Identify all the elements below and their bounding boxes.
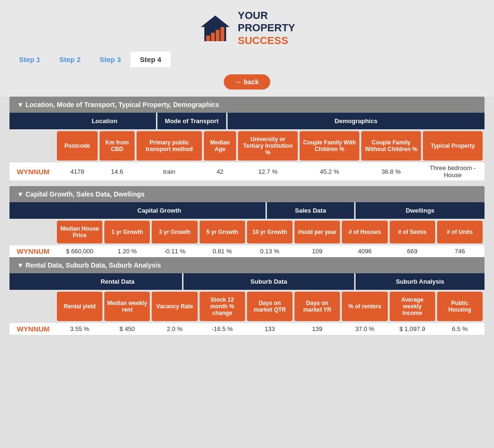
step-3[interactable]: Step 3 [90, 52, 130, 67]
logo-text: YOUR PROPERTY SUCCESS [238, 9, 295, 47]
t3-data-row: WYNNUM 3.55 % $ 450 2.0 % -16.5 % 133 13… [9, 323, 485, 335]
t2-1yr-value: 1.20 % [104, 248, 150, 255]
t3-vacancy-value: 2.0 % [152, 325, 197, 332]
header: YOUR PROPERTY SUCCESS [0, 0, 494, 52]
t2-col-headers: Capital Growth Sales Data Dwellings [9, 202, 485, 219]
t1-mode-header: Mode of Transport [157, 113, 228, 129]
t2-oh-house-price: Median House Price [57, 221, 102, 243]
t3-oh-yield: Rental yield [57, 292, 102, 321]
t1-sub-spacer [11, 131, 55, 161]
t2-oh-3yr: 3 yr Growth [152, 221, 197, 243]
t2-spacer [9, 202, 53, 219]
t1-oh-uni: University or Tertiary Institution % [238, 131, 298, 161]
t2-houses-value: 4096 [342, 248, 387, 255]
t3-days-qtr-value: 133 [247, 325, 293, 332]
step-4[interactable]: Step 4 [130, 52, 171, 67]
t3-weekly-rent-value: $ 450 [104, 325, 150, 332]
logo-success: SUCCESS [238, 35, 295, 47]
step-2[interactable]: Step 2 [50, 52, 90, 67]
t1-typical-value: Three bedroom - House [423, 164, 483, 179]
t1-sub-headers: Postcode Km from CBD Primary public tran… [9, 129, 485, 162]
t3-oh-renters: % of renters [342, 292, 387, 321]
t2-semis-value: 669 [390, 248, 435, 255]
t1-km-value: 14.6 [100, 168, 135, 175]
t1-oh-km: Km from CBD [100, 131, 135, 161]
t2-oh-houses: # of Houses [342, 221, 387, 243]
svg-rect-2 [206, 36, 210, 41]
t1-oh-couple-no: Couple Family Without Children % [361, 131, 421, 161]
t3-suburb-header: Suburb Data [183, 273, 356, 290]
t3-oh-income: Average weekly income [390, 292, 435, 321]
t2-oh-5yr: 5 yr Growth [200, 221, 245, 243]
t2-3yr-value: -0.11 % [152, 248, 197, 255]
back-container: ↔ back [0, 67, 494, 97]
svg-rect-5 [220, 27, 224, 41]
step-1[interactable]: Step 1 [9, 52, 50, 67]
t3-yield-value: 3.55 % [57, 325, 102, 332]
t2-oh-sold: #sold per year [294, 221, 340, 243]
t3-oh-vacancy: Vacancy Rate [152, 292, 197, 321]
t3-oh-days-yr: Days on market YR [294, 292, 340, 321]
t1-uni-value: 12.7 % [238, 168, 298, 175]
t2-oh-10yr: 10 yr Growth [247, 221, 293, 243]
section23-block: ▼ Capital Growth, Sales Data, Dwellings … [9, 186, 485, 335]
t2-units-value: 746 [437, 248, 483, 255]
t2-oh-1yr: 1 yr Growth [104, 221, 150, 243]
t1-data-row: WYNNUM 4178 14.6 train 42 12.7 % 45.2 % … [9, 162, 485, 180]
section1-title: ▼ Location, Mode of Transport, Typical P… [9, 97, 485, 113]
t2-sold-value: 109 [294, 248, 340, 255]
t1-oh-age: Median Age [204, 131, 236, 161]
steps-nav: Step 1 Step 2 Step 3 Step 4 [0, 52, 494, 67]
logo: YOUR PROPERTY SUCCESS [199, 9, 295, 47]
t2-data-row: WYNNUM $ 660,000 1.20 % -0.11 % 0.81 % 0… [9, 245, 485, 257]
t2-sub-headers: Median House Price 1 yr Growth 3 yr Grow… [9, 219, 485, 245]
t2-sub-spacer [11, 221, 55, 243]
t3-stock-value: -16.5 % [200, 325, 245, 332]
logo-icon [199, 12, 232, 45]
t2-dwellings-header: Dwellings [356, 202, 485, 219]
t3-analysis-header: Suburb Analysis [356, 273, 485, 290]
t3-sub-spacer [11, 292, 55, 321]
page-wrapper: YOUR PROPERTY SUCCESS Step 1 Step 2 Step… [0, 0, 494, 448]
t2-10yr-value: 0.13 % [247, 248, 293, 255]
t3-housing-value: 6.5 % [437, 325, 483, 332]
t1-spacer [9, 113, 53, 129]
section3-title: ▼ Rental Data, Suburb Data, Suburb Analy… [9, 257, 485, 273]
t1-transport-value: train [137, 168, 202, 175]
t1-age-value: 42 [204, 168, 236, 175]
t1-col-headers: Location Mode of Transport Demographics [9, 113, 485, 129]
svg-rect-3 [211, 33, 215, 41]
t3-col-headers: Rental Data Suburb Data Suburb Analysis [9, 273, 485, 290]
t1-couple-no-value: 36.8 % [361, 168, 421, 175]
t3-renters-value: 37.0 % [342, 325, 387, 332]
t1-oh-couple-ch: Couple Family With Children % [300, 131, 359, 161]
svg-rect-4 [216, 30, 220, 41]
t2-wynnum-label: WYNNUM [11, 247, 55, 255]
t1-wynnum-label: WYNNUM [11, 168, 55, 176]
t2-oh-units: # of Units [437, 221, 483, 243]
t2-5yr-value: 0.81 % [200, 248, 245, 255]
t1-couple-ch-value: 45.2 % [300, 168, 359, 175]
t3-spacer [9, 273, 53, 290]
t3-income-value: $ 1,097.9 [390, 325, 435, 332]
logo-property: PROPERTY [238, 22, 295, 34]
t1-demographics-header: Demographics [228, 113, 485, 129]
t1-oh-transport: Primary public transport method [137, 131, 202, 161]
t3-oh-days-qtr: Days on market QTR [247, 292, 293, 321]
t2-oh-semis: # of Semis [390, 221, 435, 243]
t2-capital-header: Capital Growth [53, 202, 267, 219]
section1-block: ▼ Location, Mode of Transport, Typical P… [9, 97, 485, 180]
t2-sales-header: Sales Data [267, 202, 356, 219]
t1-oh-postcode: Postcode [57, 131, 98, 161]
t3-sub-headers: Rental yield Median weekly rent Vacancy … [9, 290, 485, 323]
logo-your: YOUR [238, 9, 295, 22]
back-button[interactable]: ↔ back [224, 74, 270, 90]
t1-oh-typical: Typical Property [423, 131, 483, 161]
t1-postcode-value: 4178 [57, 168, 98, 175]
section2-title: ▼ Capital Growth, Sales Data, Dwellings [9, 186, 485, 202]
t1-location-header: Location [53, 113, 157, 129]
t3-oh-stock: Stock 12 month % change [200, 292, 245, 321]
t3-wynnum-label: WYNNUM [11, 325, 55, 333]
t2-house-price-value: $ 660,000 [57, 248, 102, 255]
t3-rental-header: Rental Data [53, 273, 183, 290]
